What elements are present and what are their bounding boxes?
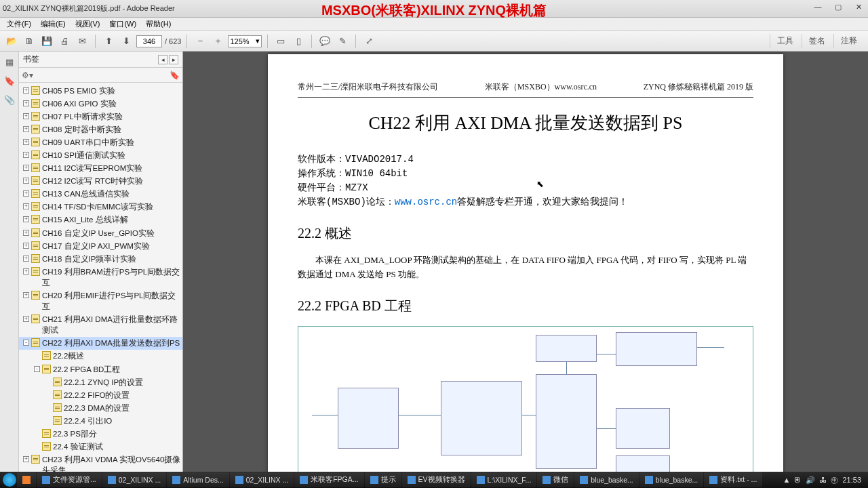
bookmark-item[interactable]: +CH15 AXI_Lite 总线详解 [19,214,182,226]
bookmark-item[interactable]: +CH19 利用BRAM进行PS与PL间数据交互 [19,265,182,289]
tray-volume-icon[interactable]: 🔊 [806,476,815,485]
bookmark-toggle-icon[interactable]: - [23,340,29,346]
close-button[interactable]: ✕ [850,1,867,12]
bookmark-toggle-icon[interactable]: + [23,190,29,197]
save-icon[interactable]: 💾 [39,34,54,49]
bookmark-item[interactable]: +CH20 利用EMIF进行PS与PL间数据交互 [19,289,182,313]
bookmark-toggle-icon[interactable]: + [23,456,29,462]
taskbar-item[interactable]: blue_baske... [574,472,638,487]
thumbnails-tab-icon[interactable]: ▦ [3,56,16,68]
bookmark-toggle-icon[interactable]: + [23,316,29,322]
bookmark-list[interactable]: +CH05 PS EMIO 实验+CH06 AXI GPIO 实验+CH07 P… [19,83,182,472]
page-number-input[interactable] [136,35,162,47]
bookmarks-find-icon[interactable]: 🔖 [170,70,180,80]
bookmarks-collapse-icon[interactable]: ◂ [158,55,167,64]
menu-edit[interactable]: 编辑(E) [37,18,70,30]
read-mode-icon[interactable]: ⤢ [361,34,376,49]
bookmark-item[interactable]: +CH11 I2C读写EEPROM实验 [19,162,182,175]
print-icon[interactable]: 🖨 [57,34,72,49]
bookmarks-tab-icon[interactable]: 🔖 [3,75,16,87]
task-browser[interactable] [17,472,36,487]
bookmark-item[interactable]: +CH21 利用AXI DMA进行批量数据环路测试 [19,313,182,337]
bookmark-toggle-icon[interactable]: + [23,87,29,94]
bookmark-toggle-icon[interactable]: + [23,165,29,171]
bookmark-item[interactable]: 22.2.2 FIFO的设置 [19,388,182,401]
tray-clock[interactable]: 21:53 [842,476,861,484]
taskbar-item[interactable]: 文件资源管... [37,472,102,487]
taskbar-item[interactable]: EV视频转换器 [402,472,471,487]
menu-help[interactable]: 帮助(H) [142,18,175,30]
tray-ime-icon[interactable]: ㊥ [831,475,838,485]
bookmark-item[interactable]: +CH10 SPI通信测试实验 [19,148,182,161]
bookmark-item[interactable]: 22.4 验证测试 [19,441,182,453]
taskbar-item[interactable]: L:\XILINX_F... [471,472,537,487]
bookmark-item[interactable]: +CH06 AXI GPIO 实验 [19,97,182,110]
comment-button[interactable]: 注释 [833,34,864,48]
zoom-in-icon[interactable]: + [210,34,225,49]
bookmark-item[interactable]: 22.2.4 引出IO [19,414,182,427]
bookmark-toggle-icon[interactable]: + [23,268,29,274]
taskbar-item[interactable]: 02_XILINX ... [102,472,166,487]
bookmark-item[interactable]: +CH08 定时器中断实验 [19,123,182,136]
bookmarks-close-icon[interactable]: ▸ [169,55,178,64]
highlight-icon[interactable]: ✎ [335,34,350,49]
export-icon[interactable]: 🗎 [22,34,37,49]
taskbar-item[interactable]: 米联客FPGA... [294,472,363,487]
menu-window[interactable]: 窗口(W) [105,18,140,30]
mail-icon[interactable]: ✉ [75,34,90,49]
menu-file[interactable]: 文件(F) [3,18,35,30]
bookmark-toggle-icon[interactable]: - [34,366,40,372]
bookmark-toggle-icon[interactable]: + [23,139,29,145]
forum-link[interactable]: www.osrc.cn [395,197,457,207]
bookmark-toggle-icon[interactable]: + [23,100,29,106]
taskbar-item[interactable]: blue_baske... [639,472,703,487]
comment-icon[interactable]: 💬 [317,34,332,49]
bookmark-toggle-icon[interactable]: + [23,126,29,132]
attachments-tab-icon[interactable]: 📎 [3,94,16,106]
bookmark-toggle-icon[interactable]: + [23,216,29,222]
open-icon[interactable]: 📂 [4,34,19,49]
bookmarks-options-icon[interactable]: ⚙▾ [22,70,33,80]
bookmark-toggle-icon[interactable]: + [23,230,29,236]
tools-button[interactable]: 工具 [770,34,800,48]
bookmark-toggle-icon[interactable]: + [23,203,29,209]
bookmark-item[interactable]: 22.2.1 ZYNQ IP的设置 [19,375,182,388]
zoom-out-icon[interactable]: − [193,34,208,49]
bookmark-item[interactable]: 22.2概述 [19,350,182,363]
bookmark-item[interactable]: -22.2 FPGA BD工程 [19,363,182,375]
menu-view[interactable]: 视图(V) [71,18,104,30]
bookmark-toggle-icon[interactable]: + [23,292,29,298]
bookmark-item[interactable]: 22.2.3 DMA的设置 [19,401,182,414]
tray-network-icon[interactable]: 🖧 [819,476,827,484]
zoom-select[interactable]: 125%▾ [228,35,262,47]
fit-page-icon[interactable]: ▭ [273,34,288,49]
document-viewport[interactable]: 常州一二三/溧阳米联电子科技有限公司 米联客（MSXBO）www.osrc.cn… [183,52,868,472]
start-button[interactable] [3,473,16,487]
bookmark-item[interactable]: +CH14 TF/SD卡/EMMC读写实验 [19,201,182,214]
bookmark-toggle-icon[interactable]: + [23,256,29,262]
sign-button[interactable]: 签名 [802,34,832,48]
bookmark-item[interactable]: +CH13 CAN总线通信实验 [19,188,182,201]
bookmark-item[interactable]: +CH07 PL中断请求实验 [19,110,182,123]
bookmark-item[interactable]: +CH17 自定义IP AXI_PWM实验 [19,239,182,252]
bookmark-item[interactable]: +CH09 UART串口中断实验 [19,136,182,148]
maximize-button[interactable]: ▢ [830,1,846,12]
bookmark-item[interactable]: -CH22 利用AXI DMA批量发送数据到PS [19,337,182,350]
bookmark-toggle-icon[interactable]: + [23,152,29,158]
taskbar-item[interactable]: 微信 [537,472,574,487]
fit-width-icon[interactable]: ▯ [291,34,306,49]
tray-shield-icon[interactable]: ⛨ [794,476,802,484]
taskbar-item[interactable]: 资料.txt - ... [704,472,762,487]
bookmark-item[interactable]: 22.3 PS部分 [19,428,182,441]
taskbar-item[interactable]: 02_XILINX ... [230,472,294,487]
bookmark-item[interactable]: +CH16 自定义IP User_GPIO实验 [19,226,182,239]
bookmark-toggle-icon[interactable]: + [23,243,29,249]
taskbar-item[interactable]: 提示 [365,472,401,487]
bookmark-item[interactable]: +CH05 PS EMIO 实验 [19,84,182,97]
minimize-button[interactable]: — [810,1,826,12]
bookmark-toggle-icon[interactable]: + [23,113,29,119]
taskbar-item[interactable]: Altium Des... [167,472,229,487]
page-down-icon[interactable]: ⬇ [119,34,134,49]
bookmark-toggle-icon[interactable]: + [23,178,29,184]
bookmark-item[interactable]: +CH12 I2C读写 RTC时钟实验 [19,175,182,188]
